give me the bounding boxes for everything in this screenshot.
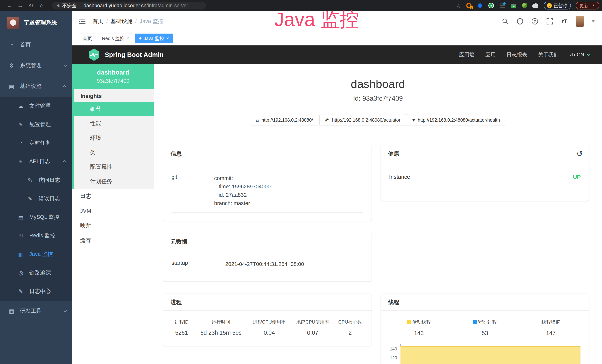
sidebar-item-dev-tools[interactable]: ▦ 研发工具 [0,300,72,321]
sidebar-item-infra[interactable]: ▣ 基础设施 [0,76,72,96]
instance-nav-environment[interactable]: 环境 [74,131,154,145]
grid-blue-icon[interactable] [499,2,505,9]
health-card: 健康 ↺ Instance UP [381,145,589,201]
locale-selector[interactable]: zh-CN [570,52,589,58]
sidebar-item-home[interactable]: ◔ 首页 [0,34,72,55]
service-url-link[interactable]: ⌂ http://192.168.0.2:48080/ [251,114,319,126]
sba-brand[interactable]: Spring Boot Admin [88,48,164,61]
actuator-url-link[interactable]: http://192.168.0.2:48080/actuator [320,114,406,126]
live-threads-area-fill [400,346,581,364]
url-host: dashboard.yudao.iocoder.cn [84,3,146,9]
app-logo [7,17,19,29]
update-button[interactable]: 更新 ⋮ [576,2,599,10]
history-icon[interactable]: ↺ [576,145,583,162]
instance-nav-scheduled-tasks[interactable]: 计划任务 [74,174,154,189]
infra-submenu: ☁ 文件管理 ✎ 配置管理 ◔ 定时任务 ✎ API 日志 ✎ 访问日志 ✎ [0,96,72,300]
bookmark-star-icon[interactable]: ☆ [456,2,461,9]
instance-nav-config-props[interactable]: 配置属性 [74,160,154,174]
database-icon: ▤ [17,214,25,221]
insights-group: Insights 细节 性能 环境 类 配置属性 计划任务 [72,89,154,189]
detail-cards: 信息 git commit: time: 1596289704000 id: 2… [163,145,589,364]
process-header-row: 进程ID 运行时间 进程CPU使用率 系统CPU使用率 CPU核心数 [169,319,366,325]
leaf-green-icon[interactable] [521,2,528,9]
sidebar-item-log-center[interactable]: ✎ 日志中心 [0,282,72,300]
instance-nav-mappings[interactable]: 映射 [72,218,154,233]
sidebar-item-config-mgmt[interactable]: ✎ 配置管理 [0,115,72,134]
fullscreen-icon[interactable] [546,18,553,25]
tab-home[interactable]: 首页 [79,33,96,43]
sidebar-item-tracing[interactable]: ◎ 链路追踪 [0,264,72,282]
close-icon[interactable]: × [127,36,129,41]
pin-blue-icon[interactable] [477,2,483,9]
instance-nav-classes[interactable]: 类 [74,145,154,160]
sidebar-item-api-logs[interactable]: ✎ API 日志 [0,152,72,171]
refresh-orange-icon[interactable]: 1 [466,2,472,9]
sidebar-item-error-logs[interactable]: ✎ 错误日志 [0,189,72,208]
process-card: 进程 进程ID 运行时间 进程CPU使用率 系统CPU使用率 CPU核心数 52… [163,294,372,346]
browser-reload-icon[interactable]: ↻ [26,2,36,9]
instance-nav-details[interactable]: 细节 [74,102,154,116]
app-sidebar: 芋道管理系统 ◔ 首页 ⚙ 系统管理 ▣ 基础设施 ☁ 文件管理 ✎ 配置管理 [0,11,72,364]
browser-forward-icon[interactable]: → [15,2,26,9]
sidebar-item-access-logs[interactable]: ✎ 访问日志 [0,171,72,189]
green-circle-icon[interactable]: y [488,2,494,9]
sidebar-item-redis-monitor[interactable]: ≋ Redis 监控 [0,226,72,245]
instance-nav-caches[interactable]: 缓存 [72,233,154,248]
text-size-icon[interactable]: tT [561,18,568,25]
heartbeat-icon: ♥ [412,117,415,123]
github-icon[interactable] [516,18,524,25]
cpu-core-count: 2 [334,330,366,336]
info-key: git [172,174,214,207]
sba-nav-applications[interactable]: 应用 [485,51,496,58]
gear-icon: ⚙ [7,62,16,69]
process-value-row: 5261 6d 23h 15m 59s 0.04 0.07 2 [169,325,366,336]
peak-threads-value: 147 [518,330,584,337]
sidebar-item-file-mgmt[interactable]: ☁ 文件管理 [0,96,72,115]
sba-nav-about[interactable]: 关于我们 [538,51,559,58]
instance-nav-jvm[interactable]: JVM [72,203,154,218]
health-instance-label: Instance [389,174,410,180]
sidebar-item-java-monitor[interactable]: ▥ Java 监控 [0,245,72,264]
sidebar-item-mysql-monitor[interactable]: ▤ MySQL 监控 [0,208,72,226]
url-divider [80,3,80,8]
instance-id: 93a3fc7f7409 [74,78,152,84]
search-icon[interactable] [502,18,509,25]
sba-logo-icon [88,48,100,61]
log-icon: ✎ [26,195,34,202]
chevron-down-icon [64,309,67,312]
sidebar-item-scheduled-jobs[interactable]: ◔ 定时任务 [0,134,72,152]
breadcrumb-infra[interactable]: 基础设施 [111,18,132,25]
breadcrumb-home[interactable]: 首页 [93,18,103,25]
blue-swatch-icon [473,320,477,324]
sba-nav-journal[interactable]: 日志报表 [506,51,527,58]
page-title: dashboard [154,77,602,90]
paused-badge[interactable]: 已暂停 [544,2,571,10]
kebab-menu-icon[interactable]: ⋮ [591,3,596,8]
address-bar[interactable]: ⚠ 不安全 dashboard.yudao.iocoder.cn/infra/a… [52,2,206,10]
chart-plot-area [400,346,584,364]
tab-redis-monitor[interactable]: Redis 监控 × [98,33,133,43]
sba-nav-wallboard[interactable]: 应用墙 [459,51,475,58]
instance-sidebar: dashboard 93a3fc7f7409 Insights 细节 性能 环境… [72,64,154,364]
info-card-title: 信息 [163,145,372,162]
browser-home-icon[interactable]: ⌂ [36,2,47,9]
help-icon[interactable]: ? [531,18,538,25]
hamburger-icon[interactable] [79,19,86,24]
close-icon[interactable]: × [166,36,169,41]
sidebar-item-system[interactable]: ⚙ 系统管理 [0,55,72,76]
puzzle-icon[interactable] [532,2,539,9]
on-switch-icon[interactable]: on [510,2,516,9]
caret-down-icon[interactable] [592,20,595,22]
tab-java-monitor[interactable]: Java 监控 × [135,33,173,43]
health-url-link[interactable]: ♥ http://192.168.0.2:48080/actuator/heal… [407,114,505,126]
metadata-card-title: 元数据 [163,233,372,250]
browser-back-icon[interactable]: ← [4,2,15,9]
instance-nav-loggers[interactable]: 日志 [72,189,154,203]
process-col-header: CPU核心数 [334,319,366,325]
avatar[interactable] [576,16,584,27]
instance-nav-metrics[interactable]: 性能 [74,116,154,131]
instance-header[interactable]: dashboard 93a3fc7f7409 [72,64,154,89]
annotation-java-monitor: Java 监控 [274,7,359,33]
sba-brand-title: Spring Boot Admin [105,51,164,58]
breadcrumb: 首页 / 基础设施 / Java 监控 [93,18,163,25]
